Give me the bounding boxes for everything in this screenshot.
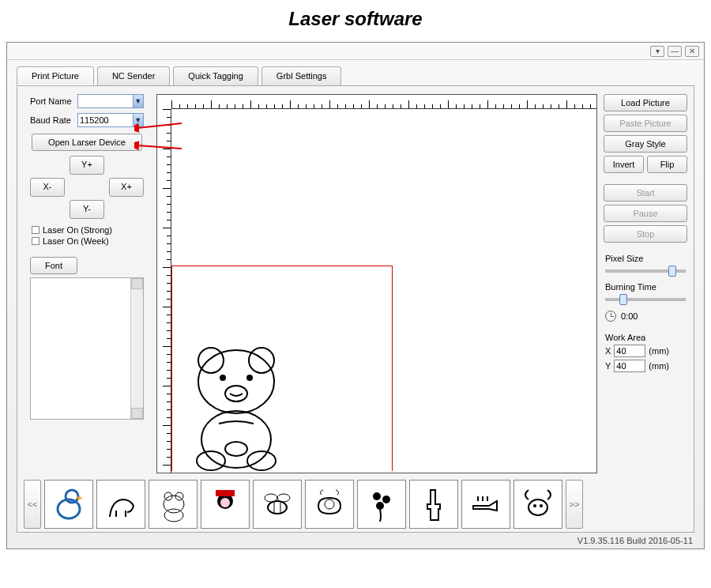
- laser-strong-checkbox-row[interactable]: Laser On (Strong): [32, 225, 142, 235]
- work-x-input[interactable]: [614, 345, 645, 357]
- thumbnail-strip: << >>: [17, 477, 694, 532]
- work-x-label: X: [605, 346, 611, 356]
- pixel-size-label: Pixel Size: [605, 254, 687, 263]
- direction-pad: Y+ X- X+ Y-: [30, 156, 144, 219]
- x-plus-button[interactable]: X+: [109, 178, 144, 197]
- port-name-combo[interactable]: ▼: [77, 94, 144, 108]
- tab-print-picture[interactable]: Print Picture: [17, 66, 94, 85]
- svg-point-3: [220, 375, 225, 380]
- svg-point-15: [164, 509, 183, 522]
- svg-point-27: [533, 504, 536, 507]
- tab-grbl-settings[interactable]: Grbl Settings: [261, 66, 342, 85]
- titlebar: ▾ — ✕: [7, 43, 704, 60]
- work-y-input[interactable]: [614, 360, 645, 372]
- invert-button[interactable]: Invert: [604, 156, 644, 173]
- stop-button[interactable]: Stop: [604, 225, 687, 243]
- elapsed-time: 0:00: [621, 311, 638, 321]
- pause-button[interactable]: Pause: [604, 205, 687, 222]
- scroll-up-button[interactable]: [131, 278, 143, 289]
- flip-button[interactable]: Flip: [647, 156, 687, 173]
- svg-point-8: [247, 451, 276, 470]
- svg-point-2: [198, 350, 274, 413]
- svg-point-4: [247, 375, 252, 380]
- thumbs-next-button[interactable]: >>: [566, 480, 583, 529]
- port-name-label: Port Name: [30, 96, 74, 106]
- svg-point-28: [540, 504, 543, 507]
- laser-strong-label: Laser On (Strong): [43, 225, 112, 235]
- tab-quick-tagging[interactable]: Quick Tagging: [173, 66, 258, 85]
- baud-rate-label: Baud Rate: [30, 115, 74, 125]
- thumb-bear[interactable]: [149, 480, 198, 529]
- font-button[interactable]: Font: [30, 257, 77, 274]
- thumb-girl[interactable]: [201, 480, 250, 529]
- x-minus-button[interactable]: X-: [30, 178, 65, 197]
- load-picture-button[interactable]: Load Picture: [604, 94, 687, 111]
- thumb-hand-middle[interactable]: [409, 480, 458, 529]
- right-panel: Load Picture Paste Picture Gray Style In…: [604, 94, 687, 473]
- checkbox-icon[interactable]: [32, 226, 40, 234]
- thumbs-prev-button[interactable]: <<: [24, 480, 41, 529]
- chevron-down-icon[interactable]: ▼: [133, 95, 143, 107]
- pixel-size-slider[interactable]: [605, 270, 686, 273]
- paste-picture-button[interactable]: Paste Picture: [604, 115, 687, 132]
- ruler-horizontal: [171, 95, 596, 109]
- thumb-hand-point[interactable]: [461, 480, 510, 529]
- thumb-sheep[interactable]: [305, 480, 354, 529]
- unit-label: (mm): [649, 346, 669, 356]
- laser-week-checkbox-row[interactable]: Laser On (Week): [32, 236, 142, 246]
- canvas-area: [156, 94, 597, 473]
- svg-point-14: [164, 496, 184, 513]
- thumb-duck[interactable]: [44, 480, 93, 529]
- scroll-down-button[interactable]: [131, 408, 143, 419]
- app-window: ▾ — ✕ Print Picture NC Sender Quick Tagg…: [6, 42, 705, 549]
- svg-point-25: [376, 502, 384, 510]
- page-title: Laser software: [0, 0, 711, 42]
- svg-point-19: [268, 501, 287, 514]
- burning-time-label: Burning Time: [605, 282, 687, 292]
- svg-point-23: [373, 492, 381, 500]
- canvas[interactable]: [156, 94, 597, 473]
- svg-point-22: [325, 499, 334, 509]
- work-y-label: Y: [605, 361, 611, 371]
- chevron-down-icon[interactable]: ▼: [133, 114, 143, 126]
- tab-nc-sender[interactable]: NC Sender: [97, 66, 170, 85]
- minimize-button[interactable]: —: [668, 46, 682, 57]
- laser-week-label: Laser On (Week): [43, 236, 109, 246]
- svg-point-5: [225, 386, 247, 401]
- close-button[interactable]: ✕: [685, 46, 699, 57]
- port-name-input[interactable]: [78, 95, 133, 107]
- clock-icon: [605, 311, 616, 322]
- svg-point-21: [277, 494, 290, 502]
- baud-rate-combo[interactable]: ▼: [77, 113, 144, 127]
- gray-style-button[interactable]: Gray Style: [604, 135, 687, 153]
- svg-point-24: [382, 496, 390, 503]
- tab-bar: Print Picture NC Sender Quick Tagging Gr…: [7, 60, 704, 85]
- y-minus-button[interactable]: Y-: [70, 200, 104, 219]
- canvas-image-bear: [179, 338, 306, 473]
- dropdown-titlebar-icon[interactable]: ▾: [650, 46, 664, 57]
- scrollbar[interactable]: [130, 278, 143, 419]
- svg-point-26: [529, 499, 547, 515]
- baud-rate-input[interactable]: [78, 114, 133, 126]
- thumb-flowers[interactable]: [357, 480, 406, 529]
- svg-point-20: [265, 494, 277, 502]
- work-area-label: Work Area: [605, 333, 687, 342]
- left-panel: Port Name ▼ Baud Rate ▼ Open Larser Devi…: [24, 94, 150, 473]
- tab-panel: Port Name ▼ Baud Rate ▼ Open Larser Devi…: [17, 85, 694, 533]
- thumb-bull[interactable]: [514, 480, 562, 529]
- open-laser-device-button[interactable]: Open Larser Device: [32, 134, 142, 151]
- svg-point-9: [225, 442, 247, 456]
- thumb-bee[interactable]: [253, 480, 302, 529]
- start-button[interactable]: Start: [604, 184, 687, 202]
- svg-point-7: [197, 451, 225, 470]
- y-plus-button[interactable]: Y+: [70, 156, 104, 175]
- thumb-horse[interactable]: [96, 480, 145, 529]
- svg-point-6: [201, 411, 271, 468]
- svg-point-17: [220, 498, 230, 507]
- status-bar-version: V1.9.35.116 Build 2016-05-11: [7, 536, 704, 548]
- checkbox-icon[interactable]: [32, 237, 40, 245]
- unit-label: (mm): [649, 361, 669, 371]
- text-input-area[interactable]: [30, 277, 144, 420]
- ruler-vertical: [157, 109, 171, 473]
- burning-time-slider[interactable]: [605, 298, 686, 301]
